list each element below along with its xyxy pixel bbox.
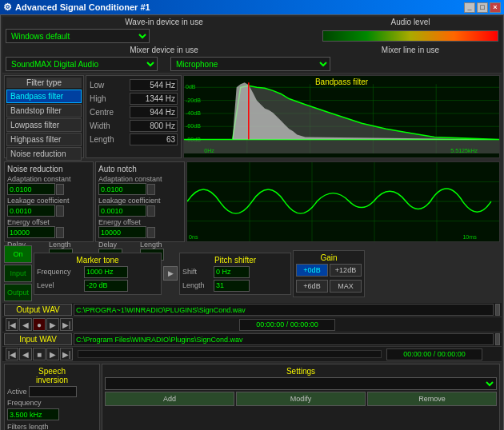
- filter-btn-highpass[interactable]: Highpass filter: [6, 133, 82, 146]
- noise-title: Noise reduction: [7, 165, 90, 173]
- in-prev[interactable]: ◀: [19, 348, 32, 360]
- marker-level-input[interactable]: [84, 280, 128, 292]
- input-transport: |◀ ◀ ■ ▶ ▶|: [6, 348, 73, 360]
- noise-energy-label: Energy offset: [7, 218, 90, 226]
- param-length-input[interactable]: [130, 133, 178, 145]
- output-wav-path[interactable]: [74, 304, 494, 316]
- in-skip-start[interactable]: |◀: [6, 348, 18, 360]
- noise-adapt-label: Adaptation constant: [7, 175, 90, 183]
- speech-filters-label: Filters length: [7, 423, 49, 430]
- filter-btn-noise[interactable]: Noise reduction: [6, 147, 82, 161]
- param-centre-input[interactable]: [130, 106, 178, 118]
- pitch-length-input[interactable]: [214, 280, 250, 292]
- pitch-shift-input[interactable]: [214, 266, 250, 278]
- mixer-device-label: Mixer device in use: [6, 46, 322, 54]
- svg-text:0ns: 0ns: [189, 234, 198, 240]
- noise-leak-input[interactable]: [7, 205, 55, 217]
- gain-0db-btn[interactable]: +0dB: [296, 264, 328, 277]
- marker-freq-input[interactable]: [84, 266, 128, 278]
- marker-tone-panel: Marker tone Frequency Level: [34, 253, 162, 295]
- on-button[interactable]: On: [4, 245, 32, 263]
- window-title: Advanced Signal Conditioner #1: [15, 2, 150, 12]
- input-seek-bar[interactable]: [78, 350, 382, 358]
- notch-energy-input[interactable]: [98, 226, 146, 238]
- param-width-input[interactable]: [130, 120, 178, 132]
- filter-btn-bandstop[interactable]: Bandstop filter: [6, 104, 82, 117]
- param-high-input[interactable]: [130, 93, 178, 105]
- input-wav-label: Input WAV: [4, 333, 72, 345]
- input-wav-path[interactable]: [74, 333, 494, 345]
- out-rec[interactable]: ●: [33, 318, 46, 331]
- wave-in-label: Wave-in device in use: [6, 18, 322, 26]
- noise-leak-label: Leakage coefficient: [7, 197, 90, 205]
- notch-length-label: Length: [140, 241, 162, 249]
- output-wav-scrollbar[interactable]: [495, 304, 500, 316]
- speech-active-label: Active: [7, 388, 27, 396]
- input-wav-scrollbar[interactable]: [495, 333, 500, 345]
- settings-dropdown[interactable]: [105, 377, 497, 390]
- graph-title: Bandpass filter: [315, 78, 368, 86]
- input-button[interactable]: Input: [4, 265, 32, 282]
- notch-adapt-input[interactable]: [98, 183, 146, 195]
- notch-leak-input[interactable]: [98, 205, 146, 217]
- pitch-title: Pitch shifter: [182, 256, 288, 265]
- speech-freq-input[interactable]: [7, 408, 59, 420]
- in-skip-end[interactable]: ▶|: [60, 348, 73, 360]
- auto-notch-panel: Auto notch Adaptation constant Leakage c…: [95, 161, 185, 242]
- svg-text:5.5125kHz: 5.5125kHz: [450, 148, 478, 154]
- speech-settings-row: Speechinversion Active Frequency Filters…: [2, 362, 502, 430]
- maximize-button[interactable]: □: [477, 2, 488, 13]
- noise-adapt-scroll[interactable]: [56, 184, 64, 195]
- noise-adapt-input[interactable]: [7, 183, 55, 195]
- in-next[interactable]: ▶: [46, 348, 59, 360]
- notch-delay-label: Delay: [98, 241, 117, 249]
- noise-leak-scroll[interactable]: [56, 205, 64, 217]
- speech-inversion-panel: Speechinversion Active Frequency Filters…: [4, 364, 100, 430]
- gain-12db-btn[interactable]: +12dB: [330, 264, 362, 277]
- input-wav-row: Input WAV: [2, 332, 502, 347]
- waveform-display: 0ns 10ms: [186, 161, 500, 242]
- noise-energy-scroll[interactable]: [56, 227, 64, 238]
- filter-btn-bandpass[interactable]: Bandpass filter: [6, 90, 82, 103]
- out-prev[interactable]: ◀: [19, 318, 32, 331]
- pitch-marker-btn[interactable]: ▶: [163, 266, 178, 281]
- gain-max-btn[interactable]: MAX: [330, 280, 362, 293]
- wave-in-dropdown[interactable]: Windows default: [6, 29, 150, 43]
- svg-text:10ms: 10ms: [462, 234, 477, 240]
- output-wav-row: Output WAV: [2, 303, 502, 317]
- speech-freq-label: Frequency: [7, 399, 42, 407]
- param-low-input[interactable]: [130, 79, 178, 91]
- add-button[interactable]: Add: [105, 392, 234, 406]
- gain-6db-btn[interactable]: +6dB: [296, 280, 328, 293]
- output-time: 00:00:00 / 00:00:00: [239, 319, 335, 331]
- svg-text:-60dB: -60dB: [186, 123, 201, 129]
- output-button[interactable]: Output: [4, 284, 32, 301]
- remove-button[interactable]: Remove: [367, 392, 497, 406]
- filter-btn-lowpass[interactable]: Lowpass filter: [6, 118, 82, 132]
- out-skip-start[interactable]: |◀: [6, 318, 18, 331]
- mixer-device-dropdown[interactable]: SoundMAX Digital Audio: [6, 57, 158, 71]
- minimize-button[interactable]: _: [464, 2, 475, 13]
- notch-energy-scroll[interactable]: [147, 227, 155, 238]
- speech-active-dropdown[interactable]: [29, 386, 77, 397]
- noise-energy-input[interactable]: [7, 226, 55, 238]
- notch-energy-label: Energy offset: [98, 218, 182, 226]
- audio-level-label: Audio level: [322, 18, 498, 26]
- close-button[interactable]: ×: [490, 2, 501, 13]
- pitch-length-label: Length: [182, 281, 210, 289]
- marker-freq-label: Frequency: [37, 268, 81, 276]
- modify-button[interactable]: Modify: [236, 392, 366, 406]
- in-stop[interactable]: ■: [33, 348, 46, 360]
- out-next[interactable]: ▶: [46, 318, 59, 331]
- notch-adapt-label: Adaptation constant: [98, 175, 182, 183]
- out-skip-end[interactable]: ▶|: [60, 318, 73, 331]
- notch-adapt-scroll[interactable]: [147, 184, 155, 195]
- svg-text:0dB: 0dB: [186, 84, 196, 90]
- notch-leak-scroll[interactable]: [147, 205, 155, 217]
- notch-leak-label: Leakage coefficient: [98, 197, 182, 205]
- svg-marker-14: [184, 86, 499, 153]
- mixer-line-dropdown[interactable]: Microphone: [170, 57, 330, 71]
- settings-title: Settings: [105, 367, 497, 376]
- param-high-label: High: [90, 94, 130, 103]
- noise-length-label: Length: [49, 241, 71, 249]
